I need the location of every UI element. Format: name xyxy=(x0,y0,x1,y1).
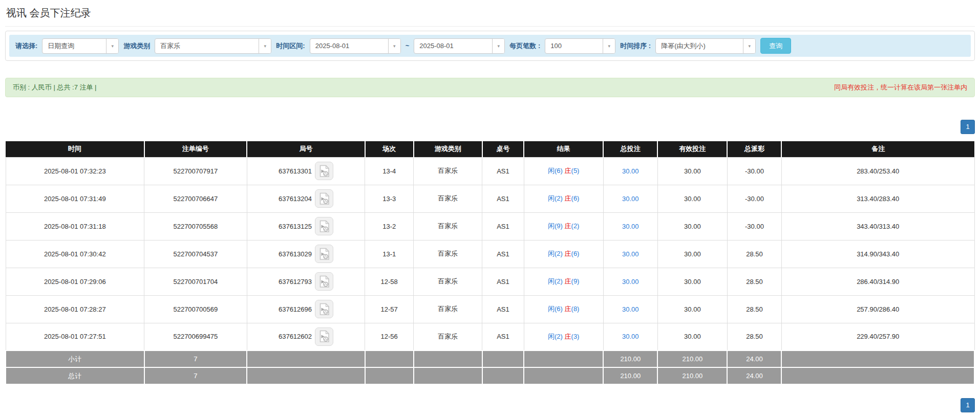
cell-game-type: 百家乐 xyxy=(414,157,482,185)
video-replay-button[interactable] xyxy=(315,245,333,263)
total-valid-bet: 210.00 xyxy=(657,367,727,384)
result-banker: 庄 xyxy=(565,167,571,174)
cell-bet-id: 522700706647 xyxy=(144,185,247,212)
page-1-button[interactable]: 1 xyxy=(961,398,975,412)
video-replay-button[interactable] xyxy=(315,327,333,346)
result-banker: 庄 xyxy=(565,194,571,202)
result-player: 闲 xyxy=(548,305,555,313)
table-row: 2025-08-01 07:27:51 522700699475 6376126… xyxy=(6,323,974,351)
round-id: 637612793 xyxy=(279,278,312,286)
game-type-select[interactable]: 百家乐 ▾ xyxy=(155,38,271,54)
cell-note: 314.90/343.40 xyxy=(781,240,974,268)
cell-total-bet[interactable]: 30.00 xyxy=(603,212,657,240)
cell-result: 闲(2) 庄(6) xyxy=(524,240,603,268)
table-row: 2025-08-01 07:29:06 522700701704 6376127… xyxy=(6,268,974,295)
cell-game-type: 百家乐 xyxy=(414,212,482,240)
cell-result: 闲(2) 庄(3) xyxy=(524,323,603,351)
date-to-select[interactable]: 2025-08-01 ▾ xyxy=(414,38,505,54)
result-banker-score: (6) xyxy=(571,194,580,202)
cell-note: 257.90/286.40 xyxy=(781,295,974,323)
cell-session: 13-1 xyxy=(365,240,414,268)
cell-result: 闲(6) 庄(8) xyxy=(524,295,603,323)
result-banker-score: (3) xyxy=(571,333,580,340)
cell-round-id: 637613204 xyxy=(247,185,365,212)
video-file-icon xyxy=(319,330,330,343)
chevron-down-icon: ▾ xyxy=(492,39,504,53)
cell-session: 12-57 xyxy=(365,295,414,323)
cell-result: 闲(9) 庄(2) xyxy=(524,212,603,240)
per-page-select[interactable]: 100 ▾ xyxy=(545,38,615,54)
query-type-label: 请选择: xyxy=(15,41,37,51)
cell-time: 2025-08-01 07:30:42 xyxy=(6,240,144,268)
cell-total-bet[interactable]: 30.00 xyxy=(603,157,657,185)
cell-total-bet[interactable]: 30.00 xyxy=(603,323,657,351)
per-page-value: 100 xyxy=(545,39,603,53)
cell-note: 283.40/253.40 xyxy=(781,157,974,185)
video-replay-button[interactable] xyxy=(315,300,333,318)
bet-records-table: 时间 注单编号 局号 场次 游戏类别 桌号 结果 总投注 有效投注 总派彩 备注… xyxy=(5,141,975,385)
search-button[interactable]: 查询 xyxy=(760,38,791,54)
cell-time: 2025-08-01 07:32:23 xyxy=(6,157,144,185)
cell-total-bet[interactable]: 30.00 xyxy=(603,268,657,295)
header-table-no: 桌号 xyxy=(482,141,524,157)
cell-total-bet[interactable]: 30.00 xyxy=(603,185,657,212)
cell-payout: 28.50 xyxy=(727,323,781,351)
cell-game-type: 百家乐 xyxy=(414,185,482,212)
cell-time: 2025-08-01 07:31:49 xyxy=(6,185,144,212)
pagination-bottom: 1 xyxy=(5,398,975,412)
result-banker-score: (6) xyxy=(571,250,580,257)
result-player-score: (2) xyxy=(555,194,563,202)
date-from-select[interactable]: 2025-08-01 ▾ xyxy=(310,38,401,54)
result-banker: 庄 xyxy=(565,333,571,340)
cell-bet-id: 522700707917 xyxy=(144,157,247,185)
total-count: 7 xyxy=(144,367,247,384)
subtotal-row: 小计 7 210.00 210.00 24.00 xyxy=(6,351,974,367)
cell-payout: -30.00 xyxy=(727,157,781,185)
video-replay-button[interactable] xyxy=(315,272,333,291)
video-file-icon xyxy=(319,275,330,288)
cell-bet-id: 522700705568 xyxy=(144,212,247,240)
cell-valid-bet: 30.00 xyxy=(657,323,727,351)
result-player: 闲 xyxy=(548,333,555,340)
cell-table-no: AS1 xyxy=(482,295,524,323)
result-banker: 庄 xyxy=(565,222,571,230)
result-player-score: (6) xyxy=(555,305,563,313)
subtotal-count: 7 xyxy=(144,351,247,367)
result-banker: 庄 xyxy=(565,305,571,313)
cell-session: 13-4 xyxy=(365,157,414,185)
cell-note: 313.40/283.40 xyxy=(781,185,974,212)
cell-valid-bet: 30.00 xyxy=(657,185,727,212)
video-replay-button[interactable] xyxy=(315,217,333,235)
page-title: 视讯 会员下注纪录 xyxy=(5,3,975,27)
cell-bet-id: 522700704537 xyxy=(144,240,247,268)
result-player-score: (2) xyxy=(555,250,563,257)
video-replay-button[interactable] xyxy=(315,189,333,208)
cell-result: 闲(2) 庄(6) xyxy=(524,185,603,212)
video-file-icon xyxy=(319,192,330,205)
cell-note: 343.40/313.40 xyxy=(781,212,974,240)
cell-result: 闲(2) 庄(9) xyxy=(524,268,603,295)
valid-bet-notice: 同局有效投注，统一计算在该局第一张注单内 xyxy=(834,83,967,92)
round-id: 637612602 xyxy=(279,333,312,340)
video-replay-button[interactable] xyxy=(315,162,333,180)
cell-game-type: 百家乐 xyxy=(414,295,482,323)
cell-round-id: 637613125 xyxy=(247,212,365,240)
header-game-type: 游戏类别 xyxy=(414,141,482,157)
round-id: 637613125 xyxy=(279,223,312,230)
header-result: 结果 xyxy=(524,141,603,157)
cell-total-bet[interactable]: 30.00 xyxy=(603,240,657,268)
header-bet-id: 注单编号 xyxy=(144,141,247,157)
cell-round-id: 637613301 xyxy=(247,157,365,185)
query-type-select[interactable]: 日期查询 ▾ xyxy=(42,38,119,54)
cell-result: 闲(6) 庄(5) xyxy=(524,157,603,185)
cell-bet-id: 522700700569 xyxy=(144,295,247,323)
time-sort-select[interactable]: 降幂(由大到小) ▾ xyxy=(655,38,756,54)
cell-total-bet[interactable]: 30.00 xyxy=(603,295,657,323)
cell-time: 2025-08-01 07:27:51 xyxy=(6,323,144,351)
header-valid-bet: 有效投注 xyxy=(657,141,727,157)
video-file-icon xyxy=(319,165,330,178)
cell-round-id: 637612793 xyxy=(247,268,365,295)
result-banker: 庄 xyxy=(565,277,571,285)
page-1-button[interactable]: 1 xyxy=(961,120,975,134)
cell-table-no: AS1 xyxy=(482,185,524,212)
